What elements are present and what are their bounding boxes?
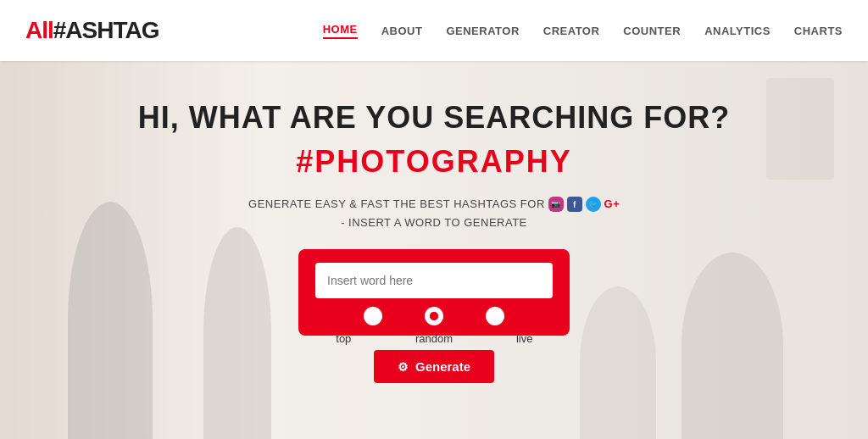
hero-hashtag: #PHOTOGRAPHY <box>296 144 571 180</box>
logo-hash-icon: # <box>53 17 66 44</box>
label-top: top <box>318 332 369 345</box>
nav-analytics[interactable]: ANALYTICS <box>704 25 771 37</box>
search-card <box>298 249 570 336</box>
nav-creator[interactable]: CREATOR <box>543 25 600 37</box>
twitter-icon: 🐦 <box>586 197 601 212</box>
nav-counter[interactable]: COUNTER <box>623 25 681 37</box>
instagram-icon: 📷 <box>548 197 564 212</box>
facebook-icon: f <box>567 197 582 212</box>
social-icons: 📷 f 🐦 G+ <box>548 197 620 212</box>
hero-section: HI, WHAT ARE YOU SEARCHING FOR? #PHOTOGR… <box>0 61 868 439</box>
radio-live[interactable] <box>486 307 504 325</box>
generate-button[interactable]: ⚙ Generate <box>374 350 494 383</box>
radio-labels-row: top random live <box>298 332 570 345</box>
radio-top[interactable] <box>364 307 382 325</box>
subtext-line2: - INSERT A WORD TO GENERATE <box>248 214 620 232</box>
nav-home[interactable]: HOME <box>323 23 358 39</box>
search-input[interactable] <box>315 263 553 298</box>
gear-icon: ⚙ <box>398 360 409 374</box>
main-nav: HOME ABOUT GENERATOR CREATOR COUNTER ANA… <box>323 23 843 39</box>
hero-subtext: GENERATE EASY & FAST THE BEST HASHTAGS F… <box>248 195 620 232</box>
label-live: live <box>499 332 550 345</box>
radio-random[interactable] <box>425 307 443 325</box>
logo-all-text: All <box>25 17 53 44</box>
nav-charts[interactable]: CHARTS <box>794 25 843 37</box>
logo-ashtag-text: ASHTAG <box>65 17 159 44</box>
google-plus-icon: G+ <box>604 197 620 212</box>
hero-headline: HI, WHAT ARE YOU SEARCHING FOR? <box>138 100 730 136</box>
generate-label: Generate <box>415 359 470 374</box>
radio-options-row <box>315 307 553 325</box>
label-random: random <box>409 332 459 345</box>
logo[interactable]: All # ASHTAG <box>25 17 159 44</box>
subtext-line1: GENERATE EASY & FAST THE BEST HASHTAGS F… <box>248 195 620 214</box>
header: All # ASHTAG HOME ABOUT GENERATOR CREATO… <box>0 0 868 61</box>
nav-generator[interactable]: GENERATOR <box>446 25 519 37</box>
nav-about[interactable]: ABOUT <box>381 25 423 37</box>
